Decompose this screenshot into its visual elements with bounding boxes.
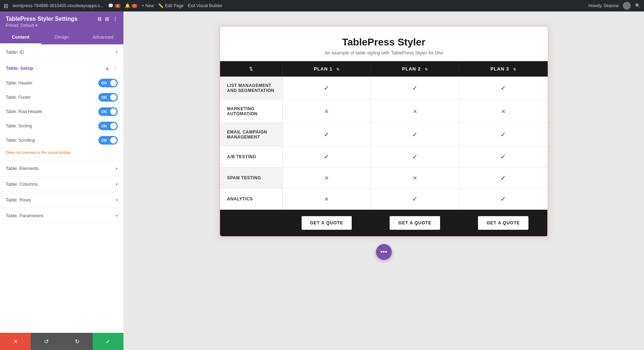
sidebar: TablePress Styler Settings ⧉ ⊞ ⋮ Preset:… — [0, 11, 123, 350]
section-table-parameters-header[interactable]: Table: Parameters ▾ — [0, 208, 123, 223]
action-bar: ✕ ↺ ↻ ✓ — [0, 333, 123, 350]
section-table-rows-chevron: ▾ — [116, 198, 118, 203]
close-button[interactable]: ✕ — [0, 333, 31, 350]
sort-icon-plan2[interactable]: ⇅ — [425, 67, 428, 71]
toggle-row-row-header: Table: Row Header ON — [6, 104, 118, 119]
plan2-cell: ✓ — [371, 77, 459, 100]
section-table-columns-chevron: ▾ — [116, 182, 118, 187]
redo-button[interactable]: ↻ — [62, 333, 93, 350]
plan3-cell: ✓ — [459, 77, 547, 100]
toggle-sorting-switch[interactable]: ON — [98, 122, 118, 130]
exit-builder-link[interactable]: Exit Visual Builder — [188, 3, 223, 8]
pencil-icon: ✏️ — [158, 3, 164, 8]
section-table-setup-header[interactable]: Table: Setup ▲ ⋮ — [0, 60, 123, 76]
notifications-link[interactable]: 🔔 0 — [125, 3, 137, 8]
wp-admin-bar: ⊞ wordpress-784896-3610405.cloudwaysapps… — [0, 0, 644, 11]
preset-selector[interactable]: Preset: Default ▾ — [6, 23, 118, 28]
sidebar-content: Table: ID ▾ Table: Setup ▲ ⋮ Table: Head… — [0, 44, 123, 333]
plan2-cell: ✕ — [371, 100, 459, 123]
check-icon: ✓ — [412, 195, 418, 203]
get-quote-plan2-button[interactable]: GET A QUOTE — [390, 216, 440, 230]
search-icon[interactable]: 🔍 — [635, 3, 640, 8]
section-collapse-icon[interactable]: ▲ — [105, 65, 110, 71]
cross-icon: ✕ — [413, 175, 417, 181]
new-content-link[interactable]: + New — [142, 3, 154, 8]
sort-icon-plan1[interactable]: ⇅ — [336, 67, 340, 71]
toggle-header-switch[interactable]: ON — [98, 79, 118, 87]
section-table-columns-label: Table: Columns — [6, 181, 38, 187]
section-table-rows-header[interactable]: Table: Rows ▾ — [0, 192, 123, 208]
sidebar-tabs: Content Design Advanced — [0, 31, 123, 44]
new-content-label: + New — [142, 3, 154, 8]
cross-icon: ✕ — [501, 108, 506, 115]
toggle-row-scrolling: Table: Scrolling ON — [6, 133, 118, 147]
toggle-row-header-label: Table: Row Header — [6, 109, 42, 114]
toggle-footer-label: Table: Footer — [6, 95, 31, 100]
tab-design[interactable]: Design — [41, 31, 82, 44]
toggle-scrolling-switch[interactable]: ON — [98, 136, 118, 145]
table-row: EMAIL CAMPAIGN MANAGEMENT ✓ ✓ ✓ — [220, 123, 548, 146]
comments-link[interactable]: 💬 4 — [108, 3, 121, 8]
table-footer-row: GET A QUOTE GET A QUOTE GET A QUOTE — [220, 210, 548, 237]
section-table-setup-content: Table: Header ON Table: Footer ON — [0, 76, 123, 160]
plan2-cell: ✓ — [371, 123, 459, 146]
preset-label: Preset: Default — [6, 23, 34, 28]
toggle-knob-3 — [110, 108, 117, 115]
url-text: wordpress-784896-3610405.cloudwaysapps.c… — [13, 3, 104, 8]
section-table-elements: Table: Elements ▾ — [0, 161, 123, 176]
toggle-knob — [110, 80, 117, 86]
check-icon: ✓ — [501, 195, 506, 203]
section-table-elements-header[interactable]: Table: Elements ▾ — [0, 161, 123, 176]
table-body: LIST MANAGEMENT AND SEGMENTATION ✓ ✓ ✓ M… — [220, 77, 548, 210]
feature-cell: A/B TESTING — [220, 146, 283, 167]
section-table-elements-chevron: ▾ — [116, 166, 118, 171]
section-menu-icon[interactable]: ⋮ — [113, 65, 118, 71]
feature-cell: MARKETING AUTOMATION — [220, 100, 283, 123]
tab-content[interactable]: Content — [0, 31, 41, 44]
undo-button[interactable]: ↺ — [31, 333, 62, 350]
copy-icon[interactable]: ⧉ — [98, 16, 101, 22]
toggle-row-header: Table: Header ON — [6, 76, 118, 90]
table-row: LIST MANAGEMENT AND SEGMENTATION ✓ ✓ ✓ — [220, 77, 548, 100]
plan2-cell: ✓ — [371, 189, 459, 210]
section-table-setup-label: Table: Setup — [6, 65, 33, 71]
more-options-icon[interactable]: ⋮ — [113, 16, 118, 22]
section-table-id-header[interactable]: Table: ID ▾ — [0, 44, 123, 60]
plan3-cell: ✕ — [459, 100, 547, 123]
section-table-columns-header[interactable]: Table: Columns ▾ — [0, 176, 123, 192]
save-button[interactable]: ✓ — [93, 333, 123, 350]
table-title-area: TablePress Styler An example of table st… — [220, 26, 548, 61]
table-card: TablePress Styler An example of table st… — [219, 26, 548, 237]
toggle-knob-2 — [110, 94, 117, 101]
tab-advanced[interactable]: Advanced — [82, 31, 123, 44]
get-quote-plan3-button[interactable]: GET A QUOTE — [478, 216, 528, 230]
check-icon: ✓ — [501, 153, 506, 160]
section-table-id-label: Table: ID — [6, 49, 24, 55]
cross-icon: ✕ — [413, 108, 417, 115]
col-header-plan1: PLAN 1 ⇅ — [283, 61, 371, 77]
toggle-footer-switch[interactable]: ON — [98, 93, 118, 102]
fab-button[interactable]: ••• — [376, 244, 392, 260]
section-table-columns: Table: Columns ▾ — [0, 176, 123, 192]
plan2-cell: ✕ — [371, 167, 459, 189]
table-main-title: TablePress Styler — [227, 37, 541, 48]
check-icon: ✓ — [324, 84, 329, 92]
edit-page-label: Edit Page — [165, 3, 184, 8]
sort-icon-feature[interactable]: ⇅ — [249, 66, 253, 72]
grid-icon[interactable]: ⊞ — [105, 16, 109, 22]
plan1-cell: ✓ — [283, 123, 371, 146]
get-quote-plan1-button[interactable]: GET A QUOTE — [302, 216, 352, 230]
plan3-cell: ✓ — [459, 167, 547, 189]
toggle-sorting-label: Table: Sorting — [6, 123, 32, 128]
site-url[interactable]: wordpress-784896-3610405.cloudwaysapps.c… — [13, 3, 104, 8]
edit-page-link[interactable]: ✏️ Edit Page — [158, 3, 184, 8]
section-table-rows-label: Table: Rows — [6, 197, 31, 203]
toggle-row-header-switch[interactable]: ON — [98, 107, 118, 116]
toggle-row-footer: Table: Footer ON — [6, 90, 118, 104]
check-icon: ✓ — [324, 153, 329, 160]
sort-icon-plan3[interactable]: ⇅ — [513, 67, 516, 71]
footer-plan1-cell: GET A QUOTE — [283, 210, 371, 237]
section-table-setup: Table: Setup ▲ ⋮ Table: Header ON — [0, 60, 123, 161]
toggle-scrolling-label: Table: Scrolling — [6, 138, 35, 143]
wp-logo[interactable]: ⊞ — [4, 3, 8, 9]
